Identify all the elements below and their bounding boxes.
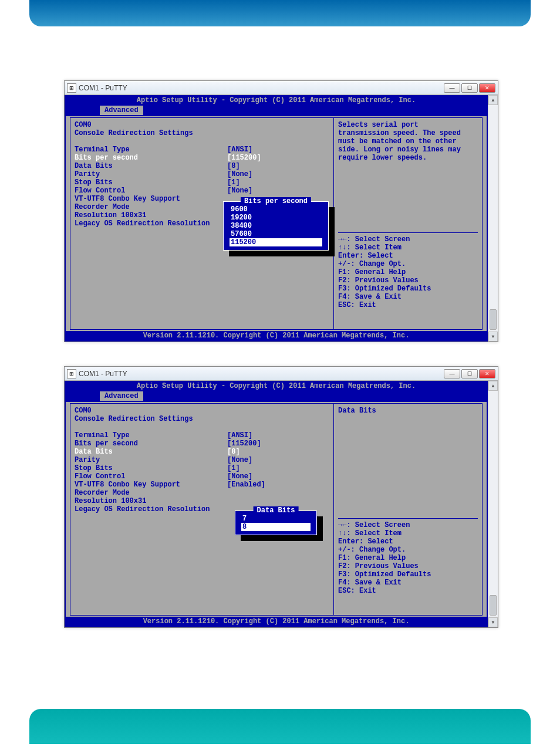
bios-header: Aptio Setup Utility - Copyright (C) 2011…	[65, 381, 488, 391]
help-text-line: must be matched on the other	[338, 137, 478, 146]
key-help-line: →←: Select Screen	[338, 235, 478, 244]
window-title: COM1 - PuTTY	[79, 84, 444, 92]
setting-row[interactable]: Parity[None]	[75, 456, 315, 464]
bios-tab-bar: Advanced	[65, 391, 488, 402]
popup-option[interactable]: 57600	[230, 230, 322, 238]
setting-value: [None]	[227, 187, 252, 195]
window-titlebar[interactable]: ⊞ COM1 - PuTTY — ☐ ✕	[65, 367, 498, 381]
setting-label: VT-UTF8 Combo Key Support	[75, 195, 227, 203]
scroll-up-icon[interactable]: ▲	[488, 381, 498, 391]
setting-row[interactable]: Data Bits[8]	[75, 448, 315, 456]
option-popup[interactable]: Data Bits 78	[235, 511, 317, 535]
popup-option[interactable]: 9600	[230, 205, 322, 214]
scrollbar-thumb[interactable]	[490, 595, 497, 616]
maximize-button[interactable]: ☐	[461, 369, 478, 378]
setting-label: Data Bits	[75, 162, 227, 170]
help-panel: Data Bits →←: Select Screen↑↓: Select It…	[338, 407, 478, 595]
setting-label: Data Bits	[75, 448, 227, 456]
page-header-banner	[29, 0, 531, 26]
setting-value: [1]	[227, 464, 240, 472]
page-footer-banner	[29, 709, 531, 744]
window-titlebar[interactable]: ⊞ COM1 - PuTTY — ☐ ✕	[65, 81, 498, 95]
popup-option[interactable]: 8	[241, 523, 311, 531]
setting-value: [None]	[227, 472, 252, 481]
setting-label: Flow Control	[75, 472, 227, 481]
terminal-area[interactable]: Aptio Setup Utility - Copyright (C) 2011…	[65, 95, 498, 342]
minimize-button[interactable]: —	[444, 83, 460, 93]
setting-label: Bits per second	[75, 440, 227, 448]
help-divider	[338, 518, 478, 519]
window-title: COM1 - PuTTY	[79, 370, 444, 378]
setting-label: Legacy OS Redirection Resolution	[75, 505, 227, 513]
maximize-button[interactable]: ☐	[461, 83, 478, 93]
setting-row[interactable]: Flow Control[None]	[75, 187, 315, 195]
scrollbar[interactable]: ▲ ▼	[488, 95, 498, 342]
setting-row[interactable]: Parity[None]	[75, 170, 315, 178]
window-controls: — ☐ ✕	[444, 369, 495, 378]
setting-row[interactable]: Bits per second[115200]	[75, 154, 315, 162]
tab-advanced[interactable]: Advanced	[100, 106, 143, 115]
key-help-line: ↑↓: Select Item	[338, 529, 478, 538]
popup-title: Data Bits	[254, 506, 299, 515]
setting-label: Legacy OS Redirection Resolution	[75, 219, 227, 228]
setting-row[interactable]: Recorder Mode	[75, 489, 315, 497]
setting-value: [8]	[227, 162, 240, 170]
key-help-line: ↑↓: Select Item	[338, 244, 478, 252]
setting-label: Resolution 100x31	[75, 497, 227, 505]
bios-screen: Aptio Setup Utility - Copyright (C) 2011…	[65, 95, 488, 342]
popup-option[interactable]: 7	[241, 515, 311, 523]
setting-row[interactable]: Data Bits[8]	[75, 162, 315, 170]
key-help-line: →←: Select Screen	[338, 521, 478, 529]
putty-window-2: ⊞ COM1 - PuTTY — ☐ ✕ Aptio Setup Utility…	[64, 366, 498, 628]
putty-icon: ⊞	[67, 369, 76, 378]
setting-label: Stop Bits	[75, 464, 227, 472]
help-text-line: Data Bits	[338, 407, 478, 415]
popup-option[interactable]: 38400	[230, 222, 322, 230]
putty-icon: ⊞	[67, 83, 76, 93]
scroll-down-icon[interactable]: ▼	[488, 617, 498, 627]
scrollbar[interactable]: ▲ ▼	[488, 381, 498, 627]
setting-label: Recorder Mode	[75, 203, 227, 211]
setting-row[interactable]: Terminal Type[ANSI]	[75, 431, 315, 440]
setting-row[interactable]: Stop Bits[1]	[75, 178, 315, 187]
help-panel: Selects serial porttransmission speed. T…	[338, 121, 478, 309]
terminal-area[interactable]: Aptio Setup Utility - Copyright (C) 2011…	[65, 381, 498, 627]
minimize-button[interactable]: —	[444, 369, 460, 378]
bios-body: COM0 Console Redirection Settings Termin…	[65, 116, 488, 331]
setting-row[interactable]: Flow Control[None]	[75, 472, 315, 481]
putty-window-1: ⊞ COM1 - PuTTY — ☐ ✕ Aptio Setup Utility…	[64, 80, 498, 342]
setting-value: [1]	[227, 178, 240, 187]
popup-option[interactable]: 115200	[230, 238, 322, 246]
popup-title: Bits per second	[241, 197, 311, 205]
key-help-line: F1: General Help	[338, 554, 478, 562]
option-popup[interactable]: Bits per second 960019200384005760011520…	[223, 201, 329, 251]
scrollbar-thumb[interactable]	[490, 309, 497, 330]
scroll-up-icon[interactable]: ▲	[488, 95, 498, 105]
key-help-line: F2: Previous Values	[338, 562, 478, 570]
setting-value: [None]	[227, 170, 252, 178]
key-help-line: ESC: Exit	[338, 301, 478, 309]
setting-label: Parity	[75, 170, 227, 178]
setting-value: [ANSI]	[227, 431, 252, 440]
close-button[interactable]: ✕	[479, 369, 495, 378]
setting-label: Recorder Mode	[75, 489, 227, 497]
setting-label: Resolution 100x31	[75, 211, 227, 219]
setting-value: [Enabled]	[227, 481, 265, 489]
bios-screen: Aptio Setup Utility - Copyright (C) 2011…	[65, 381, 488, 627]
scroll-down-icon[interactable]: ▼	[488, 332, 498, 342]
key-help-line: Enter: Select	[338, 538, 478, 546]
tab-advanced[interactable]: Advanced	[100, 391, 143, 401]
popup-option[interactable]: 19200	[230, 214, 322, 222]
setting-value: [8]	[227, 448, 240, 456]
bios-footer: Version 2.11.1210. Copyright (C) 2011 Am…	[65, 617, 488, 627]
key-help-line: F4: Save & Exit	[338, 579, 478, 587]
setting-row[interactable]: Stop Bits[1]	[75, 464, 315, 472]
setting-row[interactable]: Resolution 100x31	[75, 497, 315, 505]
setting-row[interactable]: Bits per second[115200]	[75, 440, 315, 448]
help-text-line: transmission speed. The speed	[338, 129, 478, 137]
setting-row[interactable]: VT-UTF8 Combo Key Support[Enabled]	[75, 481, 315, 489]
setting-label: Terminal Type	[75, 431, 227, 440]
setting-value: [ANSI]	[227, 146, 252, 154]
setting-row[interactable]: Terminal Type[ANSI]	[75, 146, 315, 154]
close-button[interactable]: ✕	[479, 83, 495, 93]
